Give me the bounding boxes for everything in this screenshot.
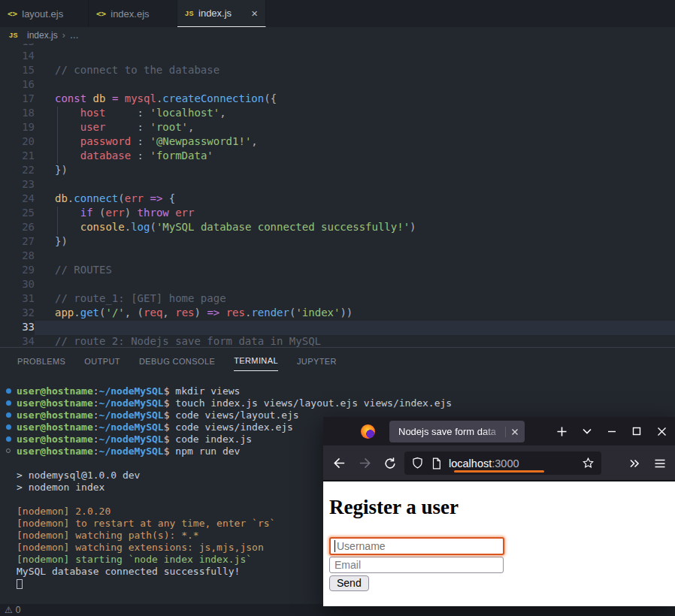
page-info-icon[interactable]: [431, 457, 442, 470]
code-line[interactable]: 19 user : 'root',: [0, 121, 675, 135]
bookmark-star-icon[interactable]: [582, 457, 595, 470]
editor-tab-index.js[interactable]: JSindex.js×: [177, 0, 266, 27]
code-line[interactable]: 29// ROUTES: [0, 264, 675, 278]
command-decoration-filled[interactable]: [6, 400, 11, 406]
panel-tab-terminal[interactable]: TERMINAL: [234, 349, 278, 371]
tab-label: index.js: [198, 8, 232, 19]
line-number: 18: [0, 107, 35, 121]
browser-tab-title: Nodejs save form data: [398, 426, 504, 437]
url-port: :3000: [492, 457, 519, 470]
code-line[interactable]: 16: [0, 78, 675, 92]
code-line[interactable]: 20 password : '@Newpassword1!',: [0, 135, 675, 149]
close-button[interactable]: [656, 426, 667, 437]
line-number: 28: [0, 249, 35, 264]
code-text: [35, 321, 675, 335]
warnings-indicator[interactable]: ⚠ 0: [5, 605, 20, 615]
code-text: [35, 249, 675, 264]
code-line[interactable]: 17const db = mysql.createConnection({: [0, 92, 675, 107]
terminal-cursor: [17, 579, 23, 589]
code-line[interactable]: 21 database : 'formData': [0, 149, 675, 164]
send-button[interactable]: Send: [329, 575, 369, 591]
new-tab-button[interactable]: [556, 426, 568, 437]
line-number: 24: [0, 192, 35, 207]
code-line[interactable]: 15// connect to the database: [0, 64, 675, 78]
panel-tab-debug-console[interactable]: DEBUG CONSOLE: [139, 350, 215, 371]
line-number: 29: [0, 264, 35, 278]
shield-icon[interactable]: [411, 457, 424, 470]
code-text: host : 'localhost',: [35, 107, 675, 121]
maximize-button[interactable]: [631, 426, 642, 436]
line-number: 19: [0, 121, 35, 135]
line-number: 31: [0, 292, 35, 306]
panel-tab-output[interactable]: OUTPUT: [84, 350, 120, 371]
code-line[interactable]: 32app.get('/', (req, res) => res.render(…: [0, 306, 675, 321]
editor-tab-layout.ejs[interactable]: <>layout.ejs: [0, 0, 89, 27]
line-number: 17: [0, 92, 35, 107]
code-line[interactable]: 14: [0, 50, 675, 64]
line-number: 26: [0, 221, 35, 235]
editor-tab-index.ejs[interactable]: <>index.ejs: [89, 0, 177, 27]
line-number: 21: [0, 149, 35, 164]
breadcrumb-more[interactable]: …: [70, 30, 79, 41]
command-decoration-filled[interactable]: [6, 424, 11, 430]
tab-close-icon[interactable]: [510, 427, 520, 437]
command-decoration-filled[interactable]: [6, 412, 11, 418]
js-file-icon: JS: [9, 32, 18, 39]
tab-list-dropdown-icon[interactable]: [582, 426, 592, 436]
browser-page: Register a user Send: [323, 482, 675, 606]
code-text: database : 'formData': [35, 149, 675, 164]
code-text: [35, 50, 675, 64]
breadcrumb-file[interactable]: index.js: [27, 30, 58, 41]
code-text: // connect to the database: [35, 64, 675, 78]
code-line[interactable]: 25 if (err) throw err: [0, 207, 675, 221]
browser-tab[interactable]: Nodejs save form data: [389, 421, 525, 442]
command-decoration-filled[interactable]: [6, 388, 11, 394]
reload-button[interactable]: [383, 457, 397, 470]
code-text: [35, 178, 675, 192]
browser-title-bar: Nodejs save form data: [323, 417, 675, 445]
code-line[interactable]: 26 console.log('MySQL database connected…: [0, 221, 675, 235]
code-line[interactable]: 22}): [0, 164, 675, 178]
username-input[interactable]: [329, 537, 504, 555]
tab-close-icon[interactable]: ×: [251, 7, 258, 20]
forward-button[interactable]: [358, 456, 372, 470]
code-text: user : 'root',: [35, 121, 675, 135]
code-line[interactable]: 13: [0, 44, 675, 50]
code-editor[interactable]: 131415// connect to the database1617cons…: [0, 44, 675, 347]
code-line[interactable]: 31// route_1: [GET] home page: [0, 292, 675, 306]
code-line[interactable]: 27}): [0, 235, 675, 249]
url-bar[interactable]: localhost:3000: [404, 451, 601, 475]
back-button[interactable]: [332, 456, 347, 470]
line-number: 30: [0, 278, 35, 292]
code-text: // ROUTES: [35, 264, 675, 278]
panel-tab-problems[interactable]: PROBLEMS: [17, 350, 65, 371]
code-line[interactable]: 18 host : 'localhost',: [0, 107, 675, 121]
code-line[interactable]: 33: [0, 321, 675, 335]
code-text: password : '@Newpassword1!',: [35, 135, 675, 149]
code-text: // route_2: Nodejs save form data in MyS…: [35, 335, 675, 347]
code-line[interactable]: 30: [0, 278, 675, 292]
line-number: 22: [0, 164, 35, 178]
line-number: 15: [0, 64, 35, 78]
register-form: Send: [329, 537, 675, 591]
breadcrumb-separator-icon: ›: [62, 30, 65, 41]
code-text: const db = mysql.createConnection({: [35, 92, 675, 107]
code-line[interactable]: 24db.connect(err => {: [0, 192, 675, 207]
panel-tab-jupyter[interactable]: JUPYTER: [297, 350, 337, 371]
url-text[interactable]: localhost:3000: [449, 457, 519, 470]
code-line[interactable]: 23: [0, 178, 675, 192]
menu-hamburger-icon[interactable]: [654, 458, 666, 469]
code-text: [35, 78, 675, 92]
line-number: 27: [0, 235, 35, 249]
email-input[interactable]: [329, 557, 504, 573]
line-number: 23: [0, 178, 35, 192]
minimize-button[interactable]: [607, 426, 617, 436]
code-line[interactable]: 34// route_2: Nodejs save form data in M…: [0, 335, 675, 347]
line-number: 33: [0, 321, 35, 335]
code-line[interactable]: 28: [0, 249, 675, 264]
overflow-chevrons-icon[interactable]: [628, 458, 640, 469]
command-decoration-filled[interactable]: [6, 436, 11, 442]
code-text: }): [35, 235, 675, 249]
command-decoration-hollow[interactable]: [6, 448, 11, 453]
breadcrumb[interactable]: JS index.js › …: [0, 27, 675, 44]
